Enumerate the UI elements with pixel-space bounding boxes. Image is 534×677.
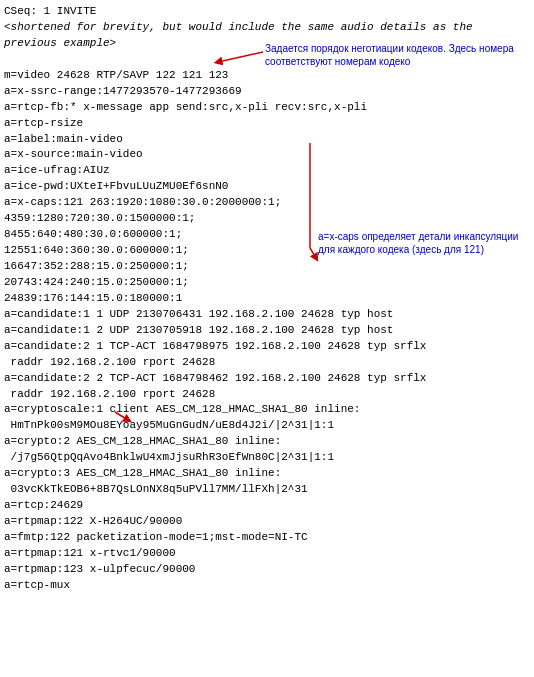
main-container: CSeq: 1 INVITE <shortened for brevity, b…: [0, 0, 534, 598]
code-line-3: m=video 24628 RTP/SAVP 122 121 123 a=x-s…: [4, 69, 426, 591]
annotation-codec-order: Задается порядок неготиации кодеков. Зде…: [265, 42, 525, 68]
annotation-1-text: Задается порядок неготиации кодеков. Зде…: [265, 43, 514, 67]
annotation-xcaps: a=x-caps определяет детали инкапсуляции …: [318, 230, 523, 256]
code-content: CSeq: 1 INVITE <shortened for brevity, b…: [4, 4, 530, 594]
code-line-1: CSeq: 1 INVITE: [4, 5, 96, 17]
annotation-2-text: a=x-caps определяет детали инкапсуляции …: [318, 231, 518, 255]
